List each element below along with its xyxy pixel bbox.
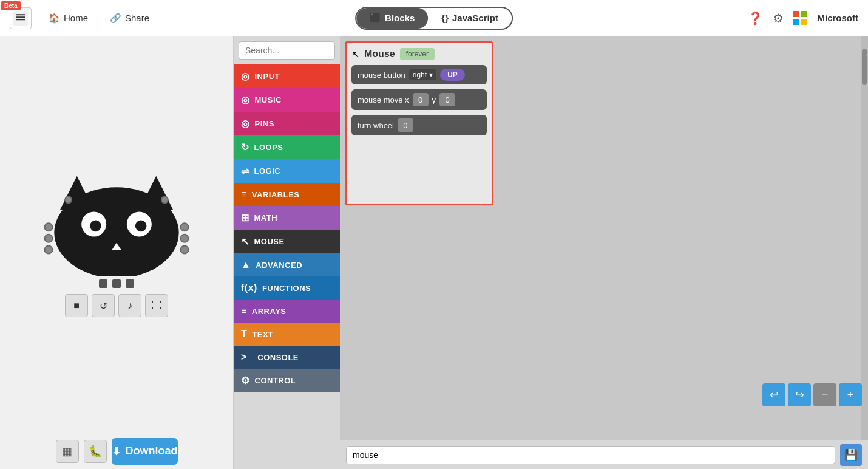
sidebar-item-console[interactable]: >_CONSOLE	[234, 346, 340, 369]
download-button[interactable]: ⬇ Download	[112, 438, 178, 465]
svg-point-13	[161, 196, 168, 203]
beta-badge: Beta	[1, 1, 21, 10]
blocks-icon: ⬛	[370, 13, 381, 24]
help-button[interactable]: ❓	[748, 11, 763, 26]
input-icon: ◎	[241, 70, 250, 82]
block2-prefix: mouse move x	[358, 95, 409, 104]
ms-blue	[793, 19, 799, 25]
bug-button[interactable]: 🐛	[84, 440, 107, 463]
simulator-panel: ■ ↺ ♪ ⛶ ▦ 🐛 ⬇ Do	[0, 36, 234, 469]
sidebar-item-input[interactable]: ◎INPUT	[234, 64, 340, 88]
mode-toggle: ⬛ Blocks {} JavaScript	[355, 7, 513, 30]
sidebar-item-loops[interactable]: ↻LOOPS	[234, 135, 340, 159]
advanced-icon: ▲	[241, 259, 251, 270]
pins-icon: ◎	[241, 118, 250, 129]
fullscreen-icon: ⛶	[152, 300, 161, 311]
fullscreen-button[interactable]: ⛶	[145, 294, 168, 317]
blocks-mode-button[interactable]: ⬛ Blocks	[356, 8, 428, 29]
dot-2	[112, 279, 121, 288]
block1-dropdown[interactable]: right ▾	[409, 69, 436, 80]
simulator-area: ■ ↺ ♪ ⛶	[0, 36, 233, 433]
home-button[interactable]: 🏠 Home	[44, 10, 93, 26]
svg-point-14	[44, 223, 52, 231]
redo-button[interactable]: ↪	[788, 383, 811, 406]
text-icon: T	[241, 329, 247, 340]
forever-button[interactable]: forever	[400, 48, 435, 60]
sidebar-item-logic[interactable]: ⇌LOGIC	[234, 159, 340, 183]
control-label: CONTROL	[255, 376, 296, 385]
code-search-input[interactable]	[346, 446, 835, 464]
svg-rect-2	[16, 16, 25, 18]
svg-rect-1	[16, 14, 25, 15]
zoom-in-button[interactable]: +	[839, 383, 862, 406]
code-bottom-bar: 💾	[340, 440, 868, 469]
sound-icon: ♪	[127, 300, 132, 311]
undo-button[interactable]: ↩	[762, 383, 785, 406]
zoom-out-button[interactable]: −	[813, 383, 836, 406]
js-icon: {}	[441, 13, 449, 23]
right-scrollbar[interactable]	[861, 36, 868, 440]
save-button[interactable]: 💾	[840, 444, 862, 466]
svg-point-9	[90, 220, 101, 231]
grid-icon: ▦	[62, 445, 72, 458]
scrollbar-thumb	[862, 49, 867, 85]
panel-header: ↖ Mouse forever	[351, 48, 487, 60]
microsoft-label: Microsoft	[818, 13, 859, 23]
sidebar-item-mouse[interactable]: ↖MOUSE	[234, 230, 340, 253]
header: Beta 🏠 Home 🔗 Share ⬛ Blocks {} JavaScri…	[0, 0, 868, 36]
functions-icon: f(x)	[241, 282, 257, 293]
svg-point-6	[54, 187, 178, 276]
restart-button[interactable]: ↺	[92, 294, 115, 317]
settings-button[interactable]: ⚙	[773, 11, 784, 26]
svg-point-10	[135, 220, 147, 231]
sidebar-item-music[interactable]: ◎MUSIC	[234, 88, 340, 112]
svg-rect-3	[16, 19, 25, 20]
javascript-label: JavaScript	[452, 13, 498, 23]
cursor-icon: ↖	[351, 49, 359, 60]
sidebar-item-control[interactable]: ⚙CONTROL	[234, 369, 340, 392]
block-row-3: turn wheel 0	[351, 115, 487, 135]
variables-icon: ≡	[241, 189, 247, 200]
share-button[interactable]: 🔗 Share	[105, 10, 154, 26]
mouse-button-block: mouse button right ▾ UP	[351, 65, 487, 84]
text-label: TEXT	[252, 330, 273, 339]
plus-icon: +	[847, 389, 854, 402]
sidebar-item-pins[interactable]: ◎PINS	[234, 112, 340, 135]
input-label: INPUT	[255, 72, 280, 81]
arrays-label: ARRAYS	[252, 307, 287, 316]
console-label: CONSOLE	[257, 353, 299, 362]
javascript-mode-button[interactable]: {} JavaScript	[428, 8, 512, 29]
advanced-label: ADVANCED	[256, 261, 302, 270]
sound-button[interactable]: ♪	[118, 294, 141, 317]
code-area: ↖ Mouse forever mouse button right ▾ UP	[340, 36, 868, 469]
block-row-2: mouse move x 0 y 0	[351, 89, 487, 110]
mouse-move-block: mouse move x 0 y 0	[351, 89, 487, 110]
pins-label: PINS	[255, 119, 274, 128]
block2-y-val[interactable]: 0	[439, 93, 455, 106]
header-left: 🏠 Home 🔗 Share	[10, 7, 154, 29]
grid-button[interactable]: ▦	[56, 440, 79, 463]
sidebar-item-variables[interactable]: ≡VARIABLES	[234, 183, 340, 206]
blocks-canvas: ↖ Mouse forever mouse button right ▾ UP	[340, 36, 868, 440]
svg-point-19	[180, 245, 188, 253]
block2-x-val[interactable]: 0	[413, 93, 429, 106]
stop-button[interactable]: ■	[65, 294, 88, 317]
block3-val[interactable]: 0	[398, 118, 413, 132]
sidebar-item-text[interactable]: TTEXT	[234, 323, 340, 346]
cat-graphic	[32, 158, 202, 273]
turn-wheel-block: turn wheel 0	[351, 115, 487, 135]
blocks-list: ◎INPUT◎MUSIC◎PINS↻LOOPS⇌LOGIC≡VARIABLES⊞…	[234, 64, 340, 469]
bug-icon: 🐛	[89, 445, 102, 458]
sidebar-item-math[interactable]: ⊞MATH	[234, 206, 340, 230]
search-input[interactable]	[239, 41, 335, 60]
sidebar-item-advanced[interactable]: ▲ADVANCED	[234, 253, 340, 276]
microsoft-logo	[793, 11, 808, 26]
block3-prefix: turn wheel	[358, 121, 394, 130]
music-icon: ◎	[241, 94, 250, 106]
home-icon: 🏠	[49, 13, 60, 24]
ms-green	[801, 11, 807, 17]
sidebar-item-functions[interactable]: f(x)FUNCTIONS	[234, 276, 340, 300]
sidebar-item-arrays[interactable]: ≡ARRAYS	[234, 300, 340, 323]
mouse-icon: ↖	[241, 236, 249, 247]
svg-point-17	[180, 235, 188, 242]
